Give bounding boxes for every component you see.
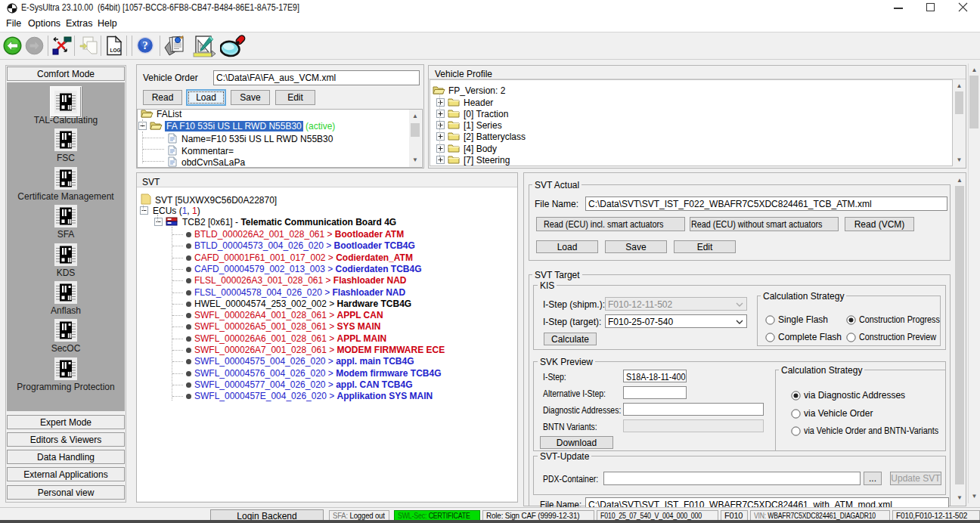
- svg-text:?: ?: [142, 39, 148, 51]
- svg-text:LOG: LOG: [110, 48, 121, 53]
